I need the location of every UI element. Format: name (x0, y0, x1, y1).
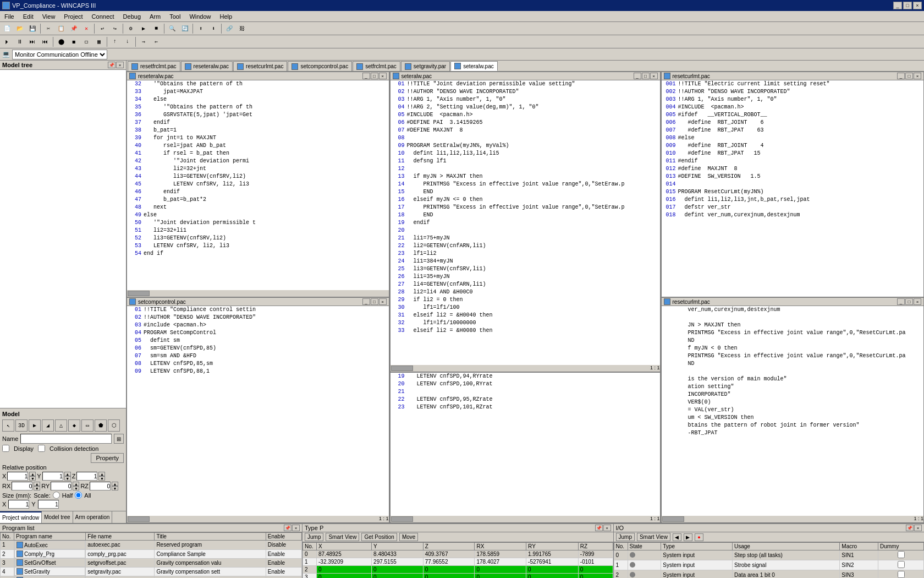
find-button[interactable]: 🔍 (166, 23, 178, 34)
rc-small-max-btn[interactable]: □ (905, 298, 913, 305)
pause-button[interactable]: ⏸ (14, 36, 26, 47)
tab-resetfrclmt[interactable]: resetfrclmt.pac (128, 61, 180, 71)
model-shape1-btn[interactable]: ◢ (42, 419, 54, 432)
setcompcontrol-content[interactable]: 01!!TITLE "Compliance control settin 02!… (127, 306, 389, 516)
rz-input[interactable] (90, 482, 111, 490)
save-button[interactable]: 💾 (26, 23, 38, 34)
menu-debug[interactable]: Debug (119, 12, 145, 21)
type-p-row[interactable]: 087.489258.480433409.3767178.58591.99176… (303, 550, 613, 558)
name-btn[interactable]: ⊞ (114, 434, 124, 444)
arm-operation-tab[interactable]: Arm operation (73, 511, 113, 523)
tb2-btn3[interactable]: ◻ (80, 36, 92, 47)
prog-list-row[interactable]: 4SetGravitysetgravity.pacGravity compens… (1, 567, 302, 576)
jump-button[interactable]: Jump (305, 533, 323, 541)
reseteralw-min-btn[interactable]: _ (362, 73, 370, 79)
rz-up-btn[interactable]: ▲ (112, 482, 118, 486)
resetcurlmt-small-content[interactable]: ver_num,curexjnum,destexjnum JN > MAXJNT… (662, 306, 924, 516)
setcompcontrol-hscroll[interactable]: 1 : 1 (127, 516, 389, 522)
ry-input[interactable] (51, 482, 72, 490)
model-shape5-btn[interactable]: ⬟ (95, 419, 107, 432)
tb2-btn6[interactable]: ↓ (122, 36, 134, 47)
menu-project[interactable]: Project (59, 12, 87, 21)
y-down-btn[interactable]: ▼ (64, 476, 71, 481)
io-smart-view-button[interactable]: Smart View (637, 533, 670, 541)
delete-button[interactable]: ✕ (80, 23, 92, 34)
rx-down-btn[interactable]: ▼ (34, 486, 40, 490)
tab-setcompcontrol[interactable]: setcompcontrol.pac (288, 61, 352, 71)
get-position-button[interactable]: Get Position (361, 533, 397, 541)
setcompcontrol-close-btn[interactable]: × (379, 298, 387, 305)
prog-list-row[interactable]: 1AutoExecautoexec.pacReserved programDis… (1, 541, 302, 550)
name-input[interactable] (20, 434, 112, 444)
menu-tool[interactable]: Tool (165, 12, 185, 21)
z-up-btn[interactable]: ▲ (98, 472, 105, 476)
model-cursor-btn[interactable]: ↖ (2, 419, 14, 432)
proglist-close-btn[interactable]: × (292, 525, 300, 531)
model-shape6-btn[interactable]: ⬡ (108, 419, 120, 432)
prog-list-row[interactable]: 3SetGrvOffsetsetgrvoffset.pacGravity com… (1, 558, 302, 567)
io-tb-btn2[interactable]: ▶ (684, 533, 692, 541)
x-size-input[interactable] (8, 500, 29, 509)
tb2-btn4[interactable]: ▦ (93, 36, 105, 47)
rz-down-btn[interactable]: ▼ (112, 486, 118, 490)
z-down-btn[interactable]: ▼ (98, 476, 105, 481)
open-button[interactable]: 📂 (14, 23, 26, 34)
project-window-tab[interactable]: Project window (0, 511, 42, 523)
replace-button[interactable]: 🔄 (179, 23, 191, 34)
tree-area[interactable] (0, 70, 126, 408)
io-tb-btn1[interactable]: ◀ (673, 533, 681, 541)
setcompcontrol-max-btn[interactable]: □ (371, 298, 378, 305)
reseteralw-max-btn[interactable]: □ (371, 73, 378, 79)
redo-button[interactable]: ↪ (109, 23, 121, 34)
menu-view[interactable]: View (38, 12, 60, 21)
y-up-btn[interactable]: ▲ (64, 472, 71, 476)
y-size-input[interactable] (38, 500, 59, 509)
minimize-button[interactable]: _ (893, 2, 902, 9)
io-row[interactable]: 1System inputStrobe signalSIN2 (614, 560, 924, 570)
all-radio[interactable] (75, 492, 82, 499)
hscroll-thumb-2[interactable] (128, 516, 150, 522)
program-table[interactable]: No. Program name File name Title Enable … (0, 532, 302, 578)
setcompcontrol-min-btn[interactable]: _ (362, 298, 370, 305)
seteralw-small-hscroll[interactable]: 1 : 1 (391, 516, 660, 522)
reseteralw-content[interactable]: 32 '"Obtains the pattern of th 33 jpat=M… (127, 80, 389, 290)
io-content[interactable]: No. State Type Usage Macro Dummy 0System… (614, 542, 925, 578)
x-down-btn[interactable]: ▼ (29, 476, 36, 481)
paste-button[interactable]: 📌 (68, 23, 80, 34)
io-pin-btn[interactable]: 📌 (906, 525, 914, 531)
model-tree-tab[interactable]: Model tree (42, 511, 73, 523)
io-tb-btn3[interactable]: ● (695, 533, 703, 541)
tab-seteralw[interactable]: seteralw.pac (450, 61, 498, 71)
reseteralw-close-btn[interactable]: × (379, 73, 387, 79)
resetcurlmt-min-btn[interactable]: _ (897, 73, 905, 79)
connect-button[interactable]: 🔗 (223, 23, 235, 34)
model-shape4-btn[interactable]: ▭ (81, 419, 94, 432)
seteralw-max-btn[interactable]: □ (642, 73, 650, 79)
new-button[interactable]: 📄 (1, 23, 13, 34)
typep-pin-btn[interactable]: 📌 (595, 525, 603, 531)
tab-reseteralw[interactable]: reseteralw.pac (181, 61, 233, 71)
disconnect-button[interactable]: ⛓ (236, 23, 248, 34)
model-3d-btn[interactable]: 3D (15, 419, 28, 432)
prog-list-row[interactable]: 2Comply_Prgcomply_prg.pacCompliance Samp… (1, 549, 302, 558)
z-input[interactable] (76, 472, 97, 481)
menu-arm[interactable]: Arm (145, 12, 165, 21)
smart-view-button[interactable]: Smart View (326, 533, 359, 541)
seteralw-close-btn[interactable]: × (650, 73, 658, 79)
seteralw-hscroll[interactable]: 1 : 1 (391, 365, 660, 372)
build-button[interactable]: ⚙ (125, 23, 137, 34)
io-row[interactable]: 0System inputStep stop (all tasks)SIN1 (614, 550, 924, 560)
collision-checkbox[interactable] (38, 445, 45, 452)
tab-setgravity[interactable]: setgravity.par (401, 61, 450, 71)
type-p-content[interactable]: No. X Y Z RX RY RZ 087.489258.480433409.… (302, 542, 613, 578)
model-play-btn[interactable]: ▶ (29, 419, 41, 432)
seteralw-small-content[interactable]: 19 LETENV cnfSPD,94,RYrate 20 LETENV cnf… (391, 373, 660, 516)
download-button[interactable]: ⬇ (207, 23, 219, 34)
seteralw-min-btn[interactable]: _ (634, 73, 641, 79)
x-up-btn[interactable]: ▲ (29, 472, 36, 476)
upload-button[interactable]: ⬆ (195, 23, 207, 34)
undo-button[interactable]: ↩ (96, 23, 108, 34)
menu-window[interactable]: Window (185, 12, 215, 21)
io-close-btn[interactable]: × (914, 525, 922, 531)
panel-close-button[interactable]: × (116, 62, 124, 68)
